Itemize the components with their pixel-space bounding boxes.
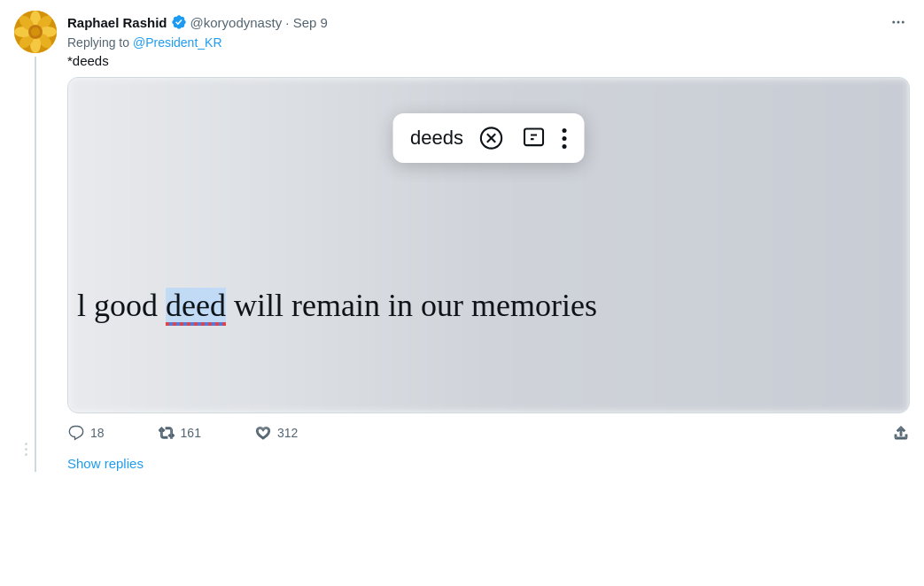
svg-rect-17 — [524, 129, 543, 146]
thread-line — [35, 57, 36, 472]
svg-point-12 — [897, 21, 900, 24]
handle: @koryodynasty — [190, 15, 283, 30]
thread-bottom-dots — [25, 443, 27, 456]
svg-point-11 — [892, 21, 895, 24]
reply-action[interactable]: 18 — [67, 424, 105, 442]
tweet-container: Raphael Rashid @koryodynasty · Sep 9 — [0, 0, 924, 482]
reply-count: 18 — [90, 426, 105, 440]
context-menu: deeds — [392, 113, 585, 163]
left-column — [14, 11, 57, 472]
like-action[interactable]: 312 — [254, 424, 298, 442]
right-column: Raphael Rashid @koryodynasty · Sep 9 — [67, 11, 910, 472]
context-menu-word: deeds — [410, 127, 463, 150]
retweet-icon — [158, 424, 175, 442]
replying-to-handle[interactable]: @President_KR — [133, 35, 222, 50]
x-circle-icon[interactable] — [478, 124, 506, 152]
avatar[interactable] — [14, 11, 57, 53]
action-bar: 18 161 312 — [67, 424, 910, 442]
reply-icon — [67, 424, 85, 442]
replying-to: Replying to @President_KR — [67, 35, 910, 50]
handle-date: @koryodynasty · Sep 9 — [190, 15, 328, 30]
separator: · — [285, 15, 292, 30]
image-main-text: l good deed will remain in our memories — [77, 287, 597, 324]
image-text-before: l good — [77, 288, 166, 323]
retweet-count: 161 — [181, 426, 201, 440]
tweet-text: *deeds — [67, 53, 910, 68]
retweet-action[interactable]: 161 — [158, 424, 201, 442]
comment-icon[interactable] — [520, 124, 548, 152]
tweet-header: Raphael Rashid @koryodynasty · Sep 9 — [67, 11, 910, 34]
like-icon — [254, 424, 272, 442]
like-count: 312 — [277, 426, 298, 440]
date: Sep 9 — [293, 15, 328, 30]
share-action[interactable] — [892, 424, 910, 442]
svg-point-10 — [31, 27, 40, 36]
image-container: deeds — [67, 77, 910, 413]
more-dots-icon[interactable] — [563, 128, 567, 149]
show-replies-button[interactable]: Show replies — [67, 456, 144, 471]
deed-word-highlight: deed — [166, 288, 226, 323]
deed-underline — [166, 322, 226, 326]
verified-badge-icon — [171, 14, 187, 30]
display-name: Raphael Rashid — [67, 15, 167, 30]
share-icon — [892, 424, 910, 442]
image-text-after: will remain in our memories — [226, 288, 597, 323]
more-button[interactable] — [887, 11, 910, 34]
svg-point-13 — [902, 21, 905, 24]
tweet-header-left: Raphael Rashid @koryodynasty · Sep 9 — [67, 14, 328, 30]
